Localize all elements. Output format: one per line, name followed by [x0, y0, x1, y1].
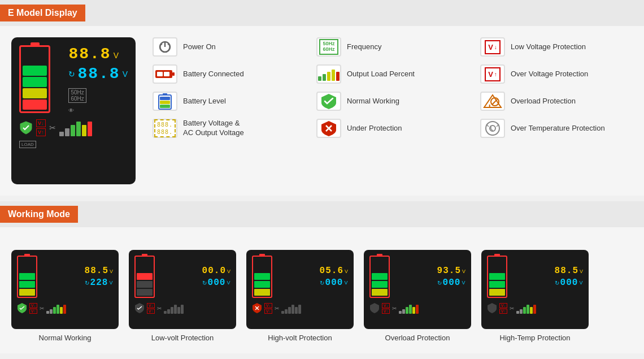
legend-over-volt-protect: V ↑ Over Voltage Protection: [480, 64, 633, 84]
mode3-label: High-volt Protection: [268, 334, 332, 342]
svg-rect-7: [160, 105, 170, 108]
display-bars: [59, 119, 92, 136]
mode2-battery: [134, 256, 155, 298]
over-temp-protect-icon: [482, 120, 503, 136]
legend-power-on: Power On: [153, 37, 305, 57]
mode1-shield: [17, 302, 27, 314]
mode-cards-container: 88.5 V ↻ 228 V: [11, 250, 633, 342]
mode4-bars: [399, 302, 419, 314]
svg-line-12: [492, 100, 497, 105]
mode1-vi2: V↑: [29, 309, 37, 314]
mode2-shield: [134, 302, 145, 314]
legend-frequency-label: Frequency: [347, 42, 381, 52]
legend-batt-connected-label: Battery Connected: [183, 70, 244, 79]
e-model-header: E Model Display: [0, 0, 644, 26]
display-shield-icon: [19, 120, 33, 135]
mode2-vi1: V↓: [147, 303, 155, 308]
legend-output-load-label: Output Load Percent: [347, 70, 415, 79]
mode2-digit1: 00.0: [202, 266, 226, 276]
svg-rect-8: [160, 101, 170, 104]
mode1-battery: [17, 256, 37, 298]
mode4-label: Overload Protection: [385, 334, 450, 342]
mode2-bars: [164, 302, 184, 314]
mode2-digit2: 000: [208, 278, 226, 288]
svg-rect-4: [164, 72, 169, 76]
svg-rect-9: [160, 97, 170, 100]
mode3-digit2: 000: [325, 278, 343, 288]
mode4-digit1: 93.5: [437, 266, 461, 276]
over-volt-protect-icon: V ↑: [485, 67, 501, 81]
legend-overload-protect: Overload Protection: [480, 92, 633, 111]
display-unit2: V: [123, 70, 128, 79]
mode1-digit2: 228: [90, 278, 108, 288]
frequency-icon: 50Hz 60Hz: [319, 39, 338, 55]
e-model-title: E Model Display: [0, 5, 85, 21]
mode2-label: Low-volt Protection: [151, 334, 214, 342]
display-freq1: 50Hz60Hz: [68, 88, 86, 103]
working-mode-section: Working Mode 88.5 V: [0, 201, 644, 353]
mode5-digit1: 88.5: [555, 266, 578, 276]
battery-connected-icon: [155, 68, 175, 80]
svg-point-16: [486, 122, 499, 135]
mode4-digit2: 000: [443, 278, 461, 288]
legend-over-volt-label: Over Voltage Protection: [511, 70, 588, 79]
mode5-battery: [487, 256, 507, 298]
mode4-shield: [369, 302, 380, 314]
legend-frequency: 50Hz 60Hz Frequency: [316, 37, 469, 57]
legend-grid: Power On 50Hz 60Hz Frequency V ↓: [153, 37, 633, 138]
working-mode-title: Working Mode: [0, 206, 78, 223]
mode-low-volt: 00.0 V ↻ 000 V: [129, 250, 236, 342]
legend-battery-voltage: 888. 888. Battery Voltage &AC Output Vol…: [153, 119, 305, 138]
display-load-label: LOAD: [19, 141, 36, 148]
legend-power-on-label: Power On: [183, 42, 216, 52]
legend-low-volt-protect: V ↓ Low Voltage Protection: [480, 37, 633, 57]
mode3-bars: [281, 302, 301, 314]
svg-rect-2: [172, 72, 175, 76]
mode-high-volt: 05.6 V ↻ 000 V: [246, 250, 354, 342]
display-cycle-icon: ↻: [68, 70, 75, 79]
display-digit2: 88.8: [77, 65, 120, 83]
mode5-bars: [516, 302, 536, 314]
mode1-bars: [46, 302, 66, 314]
legend-normal-working-label: Normal Working: [347, 97, 399, 106]
load-percent-icon: [318, 67, 340, 81]
mode-normal-working: 88.5 V ↻ 228 V: [11, 250, 119, 342]
mode1-cycle: ↻: [85, 280, 89, 286]
mode5-shield: [487, 302, 497, 314]
legend-battery-level: Battery Level: [153, 92, 305, 111]
normal-working-icon: [320, 93, 337, 110]
legend-batt-voltage-label: Battery Voltage &AC Output Voltage: [183, 119, 244, 138]
low-volt-protect-icon: V ↓: [485, 40, 501, 54]
mode1-label: Normal Working: [39, 334, 92, 342]
mode4-battery: [369, 256, 390, 298]
mode3-battery: [252, 256, 272, 298]
mode1-scissors: ✂: [40, 305, 44, 312]
display-scissors-icon: ✂: [49, 123, 56, 132]
legend-battery-connected: Battery Connected: [153, 64, 305, 84]
overload-protect-icon: [482, 93, 503, 109]
mode3-digit1: 05.6: [320, 266, 343, 276]
mode2-vi2: V↑: [147, 309, 155, 314]
e-model-display-panel: 88.8 V ↻ 88.8 V 50Hz60Hz 👁: [11, 37, 136, 184]
legend-under-protect: Under Protection: [316, 119, 469, 138]
svg-line-13: [489, 105, 491, 107]
display-digit1: 88.8: [68, 45, 111, 63]
under-protect-icon: [320, 120, 337, 137]
mode5-label: High-Temp Protection: [500, 334, 571, 342]
mode-overload: 93.5 V ↻ 000 V: [364, 250, 471, 342]
mode1-vi1: V↓: [29, 303, 37, 308]
legend-output-load: Output Load Percent: [316, 64, 469, 84]
mode1-digit1: 88.5: [85, 266, 108, 276]
svg-rect-6: [163, 93, 167, 96]
display-vi-icon2: V↑: [36, 128, 46, 136]
display-eye-icon: 👁: [68, 107, 74, 114]
legend-batt-level-label: Battery Level: [183, 97, 226, 106]
legend-normal-working: Normal Working: [316, 92, 469, 111]
legend-overload-label: Overload Protection: [511, 97, 576, 106]
legend-over-temp-label: Over Temperature Protection: [511, 124, 605, 133]
working-mode-header: Working Mode: [0, 201, 644, 227]
main-battery-icon: [19, 45, 50, 113]
legend-under-protect-label: Under Protection: [347, 124, 402, 133]
display-vi-icon1: V↓: [36, 119, 46, 127]
e-model-section: E Model Display 88.8 V ↻: [0, 0, 644, 196]
